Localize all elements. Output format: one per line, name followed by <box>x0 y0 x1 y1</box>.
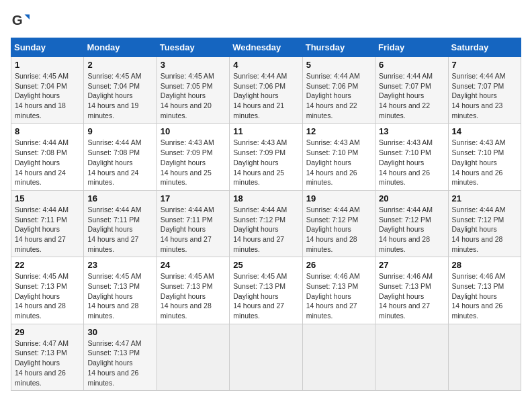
day-info: Sunrise: 4:44 AM Sunset: 7:11 PM Dayligh… <box>161 205 226 254</box>
calendar-header-friday: Friday <box>375 38 448 57</box>
calendar-header-sunday: Sunday <box>11 38 84 57</box>
day-number: 5 <box>306 60 371 70</box>
calendar-cell: 3 Sunrise: 4:45 AM Sunset: 7:05 PM Dayli… <box>157 57 229 124</box>
calendar-cell: 16 Sunrise: 4:44 AM Sunset: 7:11 PM Dayl… <box>84 190 157 257</box>
day-info: Sunrise: 4:44 AM Sunset: 7:12 PM Dayligh… <box>233 205 298 254</box>
day-number: 27 <box>379 260 444 270</box>
day-info: Sunrise: 4:44 AM Sunset: 7:12 PM Dayligh… <box>379 205 444 254</box>
calendar-cell: 4 Sunrise: 4:44 AM Sunset: 7:06 PM Dayli… <box>230 57 302 124</box>
day-info: Sunrise: 4:44 AM Sunset: 7:08 PM Dayligh… <box>15 138 80 187</box>
day-number: 13 <box>379 126 444 136</box>
calendar-cell: 30 Sunrise: 4:47 AM Sunset: 7:13 PM Dayl… <box>84 324 157 390</box>
calendar-cell <box>375 324 448 390</box>
day-info: Sunrise: 4:44 AM Sunset: 7:11 PM Dayligh… <box>87 205 152 254</box>
calendar-cell: 14 Sunrise: 4:43 AM Sunset: 7:10 PM Dayl… <box>448 124 521 190</box>
calendar-cell: 13 Sunrise: 4:43 AM Sunset: 7:10 PM Dayl… <box>375 124 448 190</box>
day-number: 15 <box>15 193 80 203</box>
day-number: 1 <box>15 60 80 70</box>
calendar-cell: 11 Sunrise: 4:43 AM Sunset: 7:09 PM Dayl… <box>230 124 302 190</box>
day-number: 24 <box>161 260 226 270</box>
day-number: 28 <box>452 260 517 270</box>
calendar-cell: 18 Sunrise: 4:44 AM Sunset: 7:12 PM Dayl… <box>230 190 302 257</box>
calendar-cell: 15 Sunrise: 4:44 AM Sunset: 7:11 PM Dayl… <box>11 190 84 257</box>
day-info: Sunrise: 4:44 AM Sunset: 7:11 PM Dayligh… <box>15 205 80 254</box>
day-info: Sunrise: 4:46 AM Sunset: 7:13 PM Dayligh… <box>306 271 371 320</box>
calendar-cell: 21 Sunrise: 4:44 AM Sunset: 7:12 PM Dayl… <box>448 190 521 257</box>
calendar-cell: 26 Sunrise: 4:46 AM Sunset: 7:13 PM Dayl… <box>302 257 375 324</box>
day-info: Sunrise: 4:45 AM Sunset: 7:13 PM Dayligh… <box>15 271 80 320</box>
day-number: 7 <box>452 60 517 70</box>
calendar-cell: 24 Sunrise: 4:45 AM Sunset: 7:13 PM Dayl… <box>157 257 229 324</box>
day-info: Sunrise: 4:45 AM Sunset: 7:05 PM Dayligh… <box>161 71 226 120</box>
calendar-week-row: 22 Sunrise: 4:45 AM Sunset: 7:13 PM Dayl… <box>11 257 521 324</box>
calendar-cell: 2 Sunrise: 4:45 AM Sunset: 7:04 PM Dayli… <box>84 57 157 124</box>
day-number: 12 <box>306 126 371 136</box>
calendar-cell: 17 Sunrise: 4:44 AM Sunset: 7:11 PM Dayl… <box>157 190 229 257</box>
day-info: Sunrise: 4:46 AM Sunset: 7:13 PM Dayligh… <box>379 271 444 320</box>
calendar-cell: 27 Sunrise: 4:46 AM Sunset: 7:13 PM Dayl… <box>375 257 448 324</box>
day-info: Sunrise: 4:45 AM Sunset: 7:13 PM Dayligh… <box>161 271 226 320</box>
day-number: 26 <box>306 260 371 270</box>
calendar-week-row: 1 Sunrise: 4:45 AM Sunset: 7:04 PM Dayli… <box>11 57 521 124</box>
day-number: 2 <box>87 60 152 70</box>
day-info: Sunrise: 4:44 AM Sunset: 7:12 PM Dayligh… <box>452 205 517 254</box>
day-info: Sunrise: 4:43 AM Sunset: 7:09 PM Dayligh… <box>161 138 226 187</box>
day-number: 16 <box>87 193 152 203</box>
day-info: Sunrise: 4:44 AM Sunset: 7:06 PM Dayligh… <box>306 71 371 120</box>
calendar-header-tuesday: Tuesday <box>157 38 229 57</box>
day-info: Sunrise: 4:44 AM Sunset: 7:06 PM Dayligh… <box>233 71 298 120</box>
calendar-table: SundayMondayTuesdayWednesdayThursdayFrid… <box>11 38 521 391</box>
calendar-cell <box>302 324 375 390</box>
calendar-cell: 20 Sunrise: 4:44 AM Sunset: 7:12 PM Dayl… <box>375 190 448 257</box>
calendar-cell: 12 Sunrise: 4:43 AM Sunset: 7:10 PM Dayl… <box>302 124 375 190</box>
day-number: 10 <box>161 126 226 136</box>
calendar-cell: 22 Sunrise: 4:45 AM Sunset: 7:13 PM Dayl… <box>11 257 84 324</box>
calendar-cell: 1 Sunrise: 4:45 AM Sunset: 7:04 PM Dayli… <box>11 57 84 124</box>
calendar-cell: 29 Sunrise: 4:47 AM Sunset: 7:13 PM Dayl… <box>11 324 84 390</box>
day-number: 29 <box>15 327 80 337</box>
day-info: Sunrise: 4:43 AM Sunset: 7:10 PM Dayligh… <box>306 138 371 187</box>
day-info: Sunrise: 4:47 AM Sunset: 7:13 PM Dayligh… <box>15 338 80 387</box>
calendar-header-row: SundayMondayTuesdayWednesdayThursdayFrid… <box>11 38 521 57</box>
day-info: Sunrise: 4:43 AM Sunset: 7:10 PM Dayligh… <box>452 138 517 187</box>
day-info: Sunrise: 4:44 AM Sunset: 7:12 PM Dayligh… <box>306 205 371 254</box>
day-number: 21 <box>452 193 517 203</box>
day-number: 18 <box>233 193 298 203</box>
calendar-cell <box>448 324 521 390</box>
day-number: 23 <box>87 260 152 270</box>
day-number: 14 <box>452 126 517 136</box>
calendar-header-thursday: Thursday <box>302 38 375 57</box>
day-number: 8 <box>15 126 80 136</box>
calendar-cell: 28 Sunrise: 4:46 AM Sunset: 7:13 PM Dayl… <box>448 257 521 324</box>
calendar-week-row: 8 Sunrise: 4:44 AM Sunset: 7:08 PM Dayli… <box>11 124 521 190</box>
day-info: Sunrise: 4:43 AM Sunset: 7:10 PM Dayligh… <box>379 138 444 187</box>
day-number: 20 <box>379 193 444 203</box>
calendar-week-row: 29 Sunrise: 4:47 AM Sunset: 7:13 PM Dayl… <box>11 324 521 390</box>
calendar-cell: 8 Sunrise: 4:44 AM Sunset: 7:08 PM Dayli… <box>11 124 84 190</box>
day-number: 22 <box>15 260 80 270</box>
day-info: Sunrise: 4:46 AM Sunset: 7:13 PM Dayligh… <box>452 271 517 320</box>
day-info: Sunrise: 4:44 AM Sunset: 7:07 PM Dayligh… <box>379 71 444 120</box>
calendar-cell: 23 Sunrise: 4:45 AM Sunset: 7:13 PM Dayl… <box>84 257 157 324</box>
day-info: Sunrise: 4:45 AM Sunset: 7:04 PM Dayligh… <box>87 71 152 120</box>
calendar-header-wednesday: Wednesday <box>230 38 302 57</box>
day-number: 9 <box>87 126 152 136</box>
day-info: Sunrise: 4:43 AM Sunset: 7:09 PM Dayligh… <box>233 138 298 187</box>
day-info: Sunrise: 4:44 AM Sunset: 7:08 PM Dayligh… <box>87 138 152 187</box>
calendar-cell: 19 Sunrise: 4:44 AM Sunset: 7:12 PM Dayl… <box>302 190 375 257</box>
day-info: Sunrise: 4:45 AM Sunset: 7:13 PM Dayligh… <box>233 271 298 320</box>
calendar-cell: 9 Sunrise: 4:44 AM Sunset: 7:08 PM Dayli… <box>84 124 157 190</box>
svg-text:G: G <box>12 12 23 28</box>
page-header: G <box>11 11 521 30</box>
day-number: 6 <box>379 60 444 70</box>
logo: G <box>11 11 32 30</box>
day-number: 19 <box>306 193 371 203</box>
day-number: 30 <box>87 327 152 337</box>
calendar-cell: 7 Sunrise: 4:44 AM Sunset: 7:07 PM Dayli… <box>448 57 521 124</box>
calendar-cell: 5 Sunrise: 4:44 AM Sunset: 7:06 PM Dayli… <box>302 57 375 124</box>
logo-icon: G <box>11 11 30 30</box>
calendar-cell: 6 Sunrise: 4:44 AM Sunset: 7:07 PM Dayli… <box>375 57 448 124</box>
day-number: 3 <box>161 60 226 70</box>
calendar-header-monday: Monday <box>84 38 157 57</box>
day-number: 11 <box>233 126 298 136</box>
